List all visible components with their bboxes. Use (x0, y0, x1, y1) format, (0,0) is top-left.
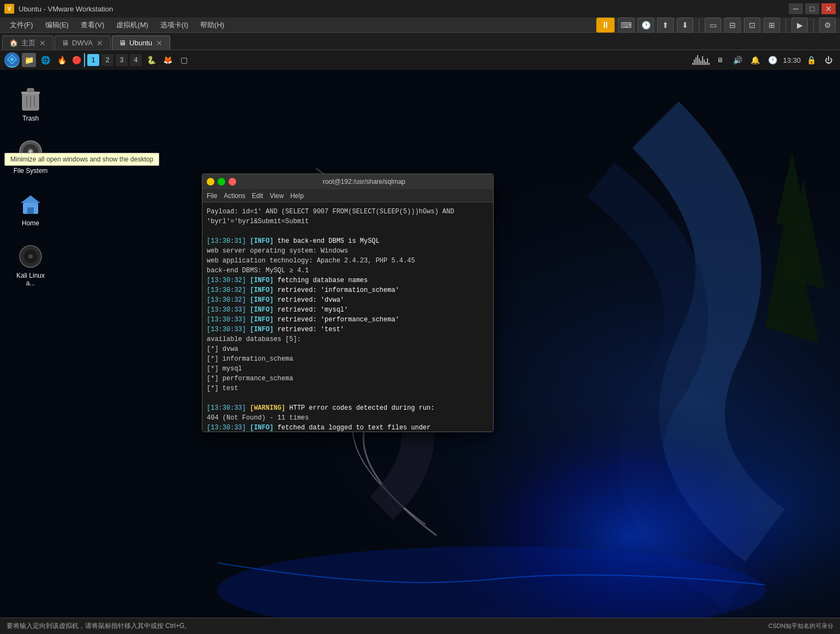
close-dwva-tab[interactable]: ✕ (96, 39, 104, 47)
snapshot3-button[interactable]: ⬇ (677, 17, 693, 33)
snapshot-button[interactable]: 🕐 (638, 17, 654, 33)
terminal-maximize-button[interactable] (218, 178, 225, 186)
close-home-tab[interactable]: ✕ (39, 39, 46, 47)
menu-help[interactable]: 帮助(H) (195, 19, 230, 32)
term-line-9: [13:30:32] [INFO] retrieved: 'dvwa' (207, 295, 489, 305)
minimize-button[interactable]: ─ (789, 3, 803, 14)
workspace-4-button[interactable]: 4 (130, 54, 142, 66)
send-ctrl-alt-del-button[interactable]: ⌨ (618, 17, 634, 33)
terminal-menu-view[interactable]: View (269, 192, 284, 200)
vmware-window: V Ubuntu - VMware Workstation ─ □ ✕ 文件(F… (0, 0, 840, 634)
workspace-3-button[interactable]: 3 (116, 54, 128, 66)
menu-bar: 文件(F) 编辑(E) 查看(V) 虚拟机(M) 选项卡(I) 帮助(H) ⏸ … (0, 17, 840, 33)
kali-logo-icon[interactable] (4, 52, 20, 68)
toolbar-sep-1 (699, 19, 699, 32)
svg-marker-20 (21, 195, 40, 203)
close-ubuntu-tab[interactable]: ✕ (155, 39, 163, 47)
python-icon[interactable]: 🐍 (144, 53, 158, 67)
bell-icon[interactable]: 🔔 (748, 53, 762, 67)
status-text: 要将输入定向到该虚拟机，请将鼠标指针移入其中或按 Ctrl+G。 (7, 621, 191, 631)
snapshot2-button[interactable]: ⬆ (657, 17, 674, 33)
terminal-close-button[interactable] (229, 178, 236, 186)
tab-dwva[interactable]: 🖥 DWVA ✕ (55, 35, 111, 50)
term-line-14: [*] dvwa (207, 344, 489, 354)
trash-icon-item[interactable]: Trash (11, 86, 50, 122)
fire-icon[interactable]: 🦊 (160, 53, 175, 67)
vm-desktop[interactable]: Minimize all open windows and show the d… (0, 70, 840, 618)
term-line-1: Payload: id=1' AND (SELECT 9007 FROM(SEL… (207, 207, 489, 226)
term-line-4: web server operating system: Windows (207, 246, 489, 256)
status-right: CSDN知乎知名的可录分 (769, 622, 833, 630)
term-line-7: [13:30:32] [INFO] fetching database name… (207, 276, 489, 285)
tab-home[interactable]: 🏠 主页 ✕ (2, 35, 53, 50)
menu-vm[interactable]: 虚拟机(M) (111, 19, 154, 32)
term-line-13: available databases [5]: (207, 334, 489, 344)
terminal-body[interactable]: Payload: id=1' AND (SELECT 9007 FROM(SEL… (202, 202, 493, 432)
title-bar-controls: ─ □ ✕ (789, 3, 836, 14)
terminal-minimize-button[interactable] (207, 178, 214, 186)
maximize-button[interactable]: □ (805, 3, 819, 14)
terminal-menu-actions[interactable]: Actions (224, 192, 245, 200)
menu-tab[interactable]: 选项卡(I) (155, 19, 194, 32)
menu-view[interactable]: 查看(V) (75, 19, 110, 32)
settings-button[interactable]: ⚙ (819, 17, 836, 33)
term-line-17: [*] performance_schema (207, 374, 489, 384)
systray-area: 🖥 🔊 🔔 🕐 13:30 🔒 ⏻ (692, 53, 836, 67)
tab-ubuntu[interactable]: 🖥 Ubuntu ✕ (112, 35, 170, 50)
svg-point-25 (28, 254, 33, 259)
terminal-icon[interactable]: ▢ (177, 53, 191, 67)
audio-waveform (692, 55, 710, 65)
home-icon-item[interactable]: Home (11, 191, 50, 227)
trash-label: Trash (22, 115, 39, 122)
svg-rect-12 (27, 88, 34, 93)
filesystem-label: File System (14, 167, 48, 175)
clock-icon: 🕐 (765, 53, 779, 67)
app-icon[interactable]: 🔴 (71, 53, 85, 67)
clock-display: 13:30 (783, 56, 801, 64)
kali-linux-label: Kali Linux a... (11, 272, 50, 287)
term-line-8: [13:30:32] [INFO] retrieved: 'informatio… (207, 285, 489, 295)
title-bar: V Ubuntu - VMware Workstation ─ □ ✕ (0, 0, 840, 17)
svg-point-1 (10, 58, 14, 61)
home-folder-icon (17, 191, 44, 217)
toolbar-sep-3 (813, 19, 814, 32)
terminal-title: root@192:/usr/share/sqlmap (239, 178, 489, 186)
term-line-6: back-end DBMS: MySQL ≥ 4.1 (207, 266, 489, 276)
volume-icon[interactable]: 🔊 (730, 53, 745, 67)
terminal-button[interactable]: ▶ (791, 17, 808, 33)
view-unity-button[interactable]: ⊞ (764, 17, 780, 33)
term-line-12: [13:30:33] [INFO] retrieved: 'test' (207, 325, 489, 334)
monitor-icon[interactable]: 🖥 (713, 53, 727, 67)
tooltip: Minimize all open windows and show the d… (4, 153, 159, 166)
tab-bar: 🏠 主页 ✕ 🖥 DWVA ✕ 🖥 Ubuntu ✕ (0, 33, 840, 50)
menu-edit[interactable]: 编辑(E) (40, 19, 74, 32)
view-tabs-button[interactable]: ⊟ (724, 17, 741, 33)
workspace-2-button[interactable]: 2 (101, 54, 113, 66)
kali-linux-icon-item[interactable]: Kali Linux a... (11, 243, 50, 287)
firefox-icon[interactable]: 🔥 (55, 53, 69, 67)
vmware-icon: V (4, 4, 14, 14)
term-line-20: [13:30:33] [WARNING] HTTP error codes de… (207, 403, 489, 413)
file-manager-icon[interactable]: 📁 (22, 53, 36, 67)
workspace-1-button[interactable]: 1 (87, 54, 99, 66)
term-line-11: [13:30:33] [INFO] retrieved: 'performanc… (207, 315, 489, 325)
power-icon[interactable]: ⏻ (821, 53, 836, 67)
term-line-22: [13:30:33] [INFO] fetched data logged to… (207, 423, 489, 432)
inner-toolbar: 📁 🌐 🔥 🔴 1 2 3 4 🐍 🦊 ▢ (0, 50, 840, 70)
lock-icon[interactable]: 🔒 (804, 53, 818, 67)
pause-button[interactable]: ⏸ (596, 17, 615, 33)
toolbar-sep-2 (785, 19, 786, 32)
trash-icon (17, 86, 44, 112)
terminal-menu-file[interactable]: File (207, 192, 217, 200)
menu-file[interactable]: 文件(F) (4, 19, 39, 32)
terminal-menu-help[interactable]: Help (290, 192, 304, 200)
close-button[interactable]: ✕ (821, 3, 836, 14)
view-fullscreen-button[interactable]: ⊡ (744, 17, 760, 33)
home-label: Home (22, 219, 39, 227)
terminal-menu-edit[interactable]: Edit (252, 192, 263, 200)
term-line-5: web application technology: Apache 2.4.2… (207, 256, 489, 266)
desktop-icons: Trash File System (11, 86, 50, 287)
term-line-18: [*] test (207, 384, 489, 393)
browser-icon[interactable]: 🌐 (38, 53, 52, 67)
view-normal-button[interactable]: ▭ (705, 17, 721, 33)
